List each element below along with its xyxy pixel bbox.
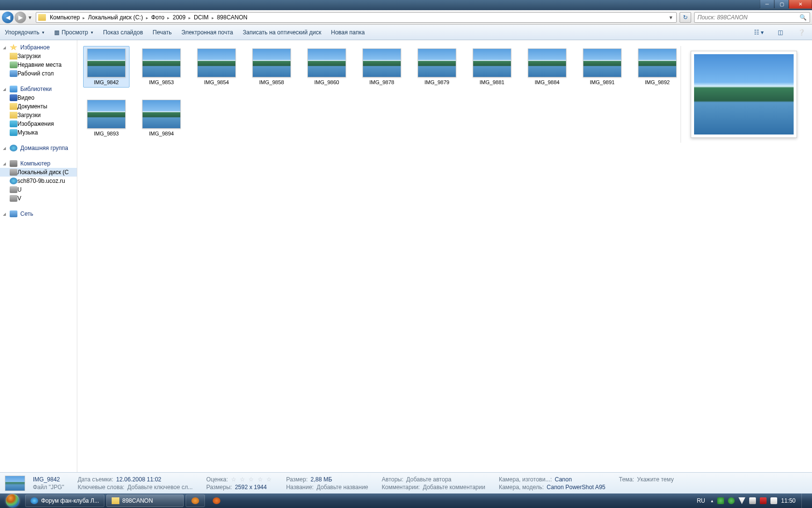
sidebar-favorites-head[interactable]: Избранное	[0, 43, 77, 52]
folder-icon	[112, 497, 119, 504]
file-thumbnail[interactable]: IMG_9858	[248, 46, 295, 88]
breadcrumb-segment[interactable]: Фото	[150, 14, 166, 21]
details-theme[interactable]: Укажите тему	[637, 476, 674, 483]
nav-forward-button[interactable]: ▶	[14, 12, 26, 23]
star-icon	[10, 44, 17, 51]
sidebar-item-netloc[interactable]: sch870-9b.ucoz.ru	[0, 177, 77, 185]
sidebar-item-videos[interactable]: Видео	[0, 93, 77, 102]
sidebar-item-localdisk[interactable]: Локальный диск (C	[0, 168, 77, 177]
details-keywords[interactable]: Добавьте ключевое сл...	[127, 484, 192, 491]
file-thumbnail[interactable]: IMG_9881	[469, 46, 515, 88]
computer-icon	[10, 160, 17, 167]
help-button[interactable]: ❔	[796, 27, 807, 38]
sidebar-computer-head[interactable]: Компьютер	[0, 159, 77, 168]
breadcrumb-segment[interactable]: 2009	[172, 14, 187, 21]
breadcrumb-separator[interactable]: ▸	[144, 15, 150, 20]
window-titlebar: ─ ▢ ✕	[0, 0, 812, 10]
view-button[interactable]: ▦ Просмотр	[54, 29, 93, 36]
tray-icon[interactable]	[728, 497, 735, 504]
file-thumbnail[interactable]: IMG_9854	[193, 46, 240, 88]
file-thumbnail[interactable]: IMG_9878	[359, 46, 405, 88]
maximize-button[interactable]: ▢	[774, 0, 789, 9]
thumbnail-image	[197, 48, 236, 77]
tray-icon[interactable]	[760, 497, 767, 504]
start-button[interactable]	[2, 493, 23, 508]
file-thumbnail[interactable]: IMG_9853	[138, 46, 185, 88]
nav-back-button[interactable]: ◀	[2, 12, 14, 23]
close-button[interactable]: ✕	[789, 0, 812, 9]
new-folder-button[interactable]: Новая папка	[331, 29, 365, 36]
breadcrumb-separator[interactable]: ▸	[81, 15, 87, 20]
taskbar-item-firefox[interactable]	[207, 494, 226, 507]
sidebar-homegroup-head[interactable]: Домашняя группа	[0, 144, 77, 152]
breadcrumb-separator[interactable]: ▸	[187, 15, 193, 20]
details-thumbnail	[5, 476, 25, 491]
breadcrumb-segment[interactable]: Локальный диск (C:)	[87, 14, 144, 21]
address-bar[interactable]: Компьютер▸Локальный диск (C:)▸Фото▸2009▸…	[36, 12, 677, 23]
thumbnail-image	[87, 48, 126, 77]
taskbar-item-explorer[interactable]: 898CANON	[106, 494, 184, 507]
tray-icon[interactable]	[717, 497, 724, 504]
burn-button[interactable]: Записать на оптический диск	[243, 29, 321, 36]
file-thumbnail[interactable]: IMG_9842	[83, 46, 130, 88]
file-thumbnail[interactable]: IMG_9894	[138, 97, 185, 139]
breadcrumb-separator[interactable]: ▸	[210, 15, 216, 20]
file-thumbnail[interactable]: IMG_9892	[634, 46, 681, 88]
volume-icon[interactable]	[770, 497, 777, 504]
show-desktop-button[interactable]	[801, 493, 807, 508]
email-button[interactable]: Электронная почта	[181, 29, 233, 36]
breadcrumb-separator[interactable]: ▸	[165, 15, 172, 20]
details-rating[interactable]: ☆ ☆ ☆ ☆ ☆	[231, 476, 273, 483]
thumbnail-label: IMG_9860	[314, 79, 339, 85]
file-area[interactable]: IMG_9842IMG_9853IMG_9854IMG_9858IMG_9860…	[77, 40, 812, 472]
search-box[interactable]: 🔍	[694, 12, 810, 23]
taskbar-item-ie[interactable]: Форум фан-клуба Л...	[25, 494, 104, 507]
details-title[interactable]: Добавьте название	[317, 484, 368, 491]
file-thumbnail[interactable]: IMG_9879	[414, 46, 460, 88]
breadcrumb-segment[interactable]: DCIM	[193, 14, 210, 21]
sidebar-item-music[interactable]: Музыка	[0, 128, 77, 137]
nav-history-dropdown[interactable]: ▾	[27, 13, 33, 22]
sidebar-item-pictures[interactable]: Изображения	[0, 120, 77, 128]
tray-expand-icon[interactable]: ▴	[711, 498, 713, 503]
organize-button[interactable]: Упорядочить	[5, 29, 44, 36]
sidebar-item-v[interactable]: V	[0, 194, 77, 203]
tray-icon[interactable]	[739, 497, 745, 504]
sidebar-item-recent[interactable]: Недавние места	[0, 60, 77, 69]
details-camera-model: Canon PowerShot A95	[547, 484, 605, 491]
taskbar-item-wmp[interactable]	[186, 494, 205, 507]
view-mode-button[interactable]: ☷ ▾	[753, 27, 765, 38]
file-thumbnail[interactable]: IMG_9884	[524, 46, 570, 88]
file-thumbnail[interactable]: IMG_9893	[83, 97, 130, 139]
breadcrumb-segment[interactable]: 898CANON	[216, 14, 248, 21]
sidebar-item-documents[interactable]: Документы	[0, 102, 77, 111]
sidebar-item-desktop[interactable]: Рабочий стол	[0, 69, 77, 78]
minimize-button[interactable]: ─	[760, 0, 774, 9]
breadcrumb-segment[interactable]: Компьютер	[49, 14, 81, 21]
sidebar-item-lib-downloads[interactable]: Загрузки	[0, 111, 77, 120]
preview-pane-toggle[interactable]: ◫	[774, 27, 786, 38]
slideshow-button[interactable]: Показ слайдов	[103, 29, 143, 36]
thumbnail-label: IMG_9878	[369, 79, 394, 85]
print-button[interactable]: Печать	[153, 29, 172, 36]
preview-image-frame	[691, 51, 797, 138]
tray-clock[interactable]: 11:50	[781, 497, 796, 504]
sidebar-network-head[interactable]: Сеть	[0, 209, 77, 218]
navigation-sidebar: Избранное Загрузки Недавние места Рабочи…	[0, 40, 77, 472]
sidebar-item-downloads[interactable]: Загрузки	[0, 52, 77, 60]
details-authors[interactable]: Добавьте автора	[406, 476, 451, 483]
system-tray: RU ▴ 11:50	[695, 493, 810, 508]
language-indicator[interactable]: RU	[695, 497, 707, 504]
refresh-button[interactable]: ↻	[680, 12, 691, 23]
tray-icon[interactable]	[749, 497, 756, 504]
file-thumbnail[interactable]: IMG_9860	[304, 46, 350, 88]
search-input[interactable]	[697, 14, 799, 21]
thumbnail-label: IMG_9891	[590, 79, 614, 85]
sidebar-libraries-head[interactable]: Библиотеки	[0, 85, 77, 93]
details-comments[interactable]: Добавьте комментарии	[423, 484, 485, 491]
file-thumbnail[interactable]: IMG_9891	[579, 46, 625, 88]
command-toolbar: Упорядочить ▦ Просмотр Показ слайдов Печ…	[0, 25, 812, 40]
sidebar-item-u[interactable]: U	[0, 185, 77, 194]
thumbnail-label: IMG_9853	[149, 79, 174, 85]
address-dropdown-icon[interactable]: ▾	[667, 14, 674, 21]
